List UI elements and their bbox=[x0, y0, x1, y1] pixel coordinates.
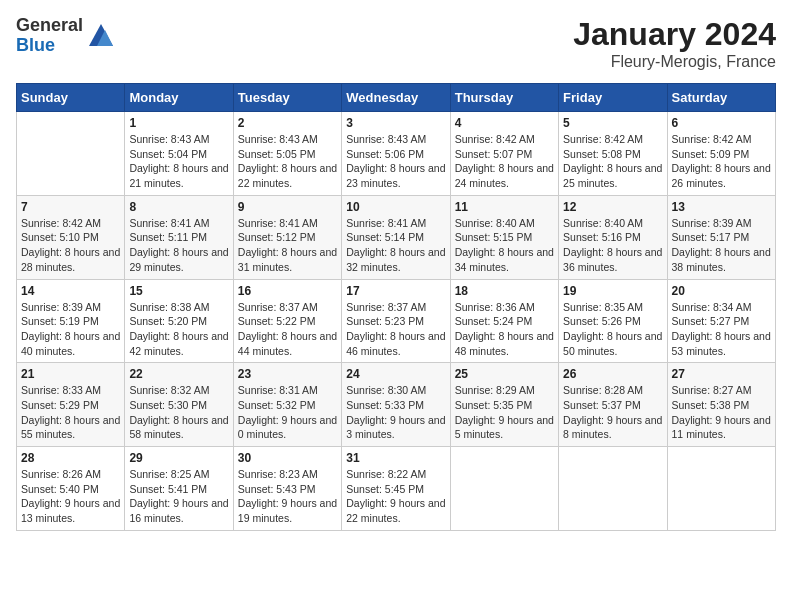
title-area: January 2024 Fleury-Merogis, France bbox=[573, 16, 776, 71]
day-info: Sunrise: 8:39 AM Sunset: 5:19 PM Dayligh… bbox=[21, 300, 120, 359]
page-header: General Blue January 2024 Fleury-Merogis… bbox=[16, 16, 776, 71]
logo: General Blue bbox=[16, 16, 115, 56]
calendar-table: SundayMondayTuesdayWednesdayThursdayFrid… bbox=[16, 83, 776, 531]
day-info: Sunrise: 8:29 AM Sunset: 5:35 PM Dayligh… bbox=[455, 383, 554, 442]
day-number: 5 bbox=[563, 116, 662, 130]
calendar-cell: 27Sunrise: 8:27 AM Sunset: 5:38 PM Dayli… bbox=[667, 363, 775, 447]
day-number: 16 bbox=[238, 284, 337, 298]
day-number: 7 bbox=[21, 200, 120, 214]
calendar-cell: 7Sunrise: 8:42 AM Sunset: 5:10 PM Daylig… bbox=[17, 195, 125, 279]
calendar-cell: 2Sunrise: 8:43 AM Sunset: 5:05 PM Daylig… bbox=[233, 112, 341, 196]
day-info: Sunrise: 8:27 AM Sunset: 5:38 PM Dayligh… bbox=[672, 383, 771, 442]
weekday-header: Saturday bbox=[667, 84, 775, 112]
day-number: 26 bbox=[563, 367, 662, 381]
day-number: 1 bbox=[129, 116, 228, 130]
day-info: Sunrise: 8:32 AM Sunset: 5:30 PM Dayligh… bbox=[129, 383, 228, 442]
day-info: Sunrise: 8:23 AM Sunset: 5:43 PM Dayligh… bbox=[238, 467, 337, 526]
day-info: Sunrise: 8:39 AM Sunset: 5:17 PM Dayligh… bbox=[672, 216, 771, 275]
day-info: Sunrise: 8:41 AM Sunset: 5:14 PM Dayligh… bbox=[346, 216, 445, 275]
day-info: Sunrise: 8:36 AM Sunset: 5:24 PM Dayligh… bbox=[455, 300, 554, 359]
day-number: 28 bbox=[21, 451, 120, 465]
day-number: 14 bbox=[21, 284, 120, 298]
day-info: Sunrise: 8:40 AM Sunset: 5:16 PM Dayligh… bbox=[563, 216, 662, 275]
day-number: 22 bbox=[129, 367, 228, 381]
day-number: 24 bbox=[346, 367, 445, 381]
day-number: 12 bbox=[563, 200, 662, 214]
day-info: Sunrise: 8:42 AM Sunset: 5:09 PM Dayligh… bbox=[672, 132, 771, 191]
day-info: Sunrise: 8:42 AM Sunset: 5:07 PM Dayligh… bbox=[455, 132, 554, 191]
day-info: Sunrise: 8:31 AM Sunset: 5:32 PM Dayligh… bbox=[238, 383, 337, 442]
calendar-cell: 24Sunrise: 8:30 AM Sunset: 5:33 PM Dayli… bbox=[342, 363, 450, 447]
calendar-cell: 1Sunrise: 8:43 AM Sunset: 5:04 PM Daylig… bbox=[125, 112, 233, 196]
calendar-cell: 13Sunrise: 8:39 AM Sunset: 5:17 PM Dayli… bbox=[667, 195, 775, 279]
day-number: 10 bbox=[346, 200, 445, 214]
calendar-header-row: SundayMondayTuesdayWednesdayThursdayFrid… bbox=[17, 84, 776, 112]
day-info: Sunrise: 8:34 AM Sunset: 5:27 PM Dayligh… bbox=[672, 300, 771, 359]
calendar-cell: 10Sunrise: 8:41 AM Sunset: 5:14 PM Dayli… bbox=[342, 195, 450, 279]
day-number: 17 bbox=[346, 284, 445, 298]
calendar-cell: 31Sunrise: 8:22 AM Sunset: 5:45 PM Dayli… bbox=[342, 447, 450, 531]
day-number: 19 bbox=[563, 284, 662, 298]
calendar-week-row: 1Sunrise: 8:43 AM Sunset: 5:04 PM Daylig… bbox=[17, 112, 776, 196]
logo-icon bbox=[87, 22, 115, 50]
calendar-cell: 19Sunrise: 8:35 AM Sunset: 5:26 PM Dayli… bbox=[559, 279, 667, 363]
day-number: 29 bbox=[129, 451, 228, 465]
day-info: Sunrise: 8:28 AM Sunset: 5:37 PM Dayligh… bbox=[563, 383, 662, 442]
calendar-cell: 18Sunrise: 8:36 AM Sunset: 5:24 PM Dayli… bbox=[450, 279, 558, 363]
day-info: Sunrise: 8:22 AM Sunset: 5:45 PM Dayligh… bbox=[346, 467, 445, 526]
day-info: Sunrise: 8:43 AM Sunset: 5:06 PM Dayligh… bbox=[346, 132, 445, 191]
day-number: 30 bbox=[238, 451, 337, 465]
day-info: Sunrise: 8:35 AM Sunset: 5:26 PM Dayligh… bbox=[563, 300, 662, 359]
day-info: Sunrise: 8:43 AM Sunset: 5:05 PM Dayligh… bbox=[238, 132, 337, 191]
calendar-cell: 26Sunrise: 8:28 AM Sunset: 5:37 PM Dayli… bbox=[559, 363, 667, 447]
calendar-cell: 15Sunrise: 8:38 AM Sunset: 5:20 PM Dayli… bbox=[125, 279, 233, 363]
day-number: 20 bbox=[672, 284, 771, 298]
day-number: 15 bbox=[129, 284, 228, 298]
day-info: Sunrise: 8:33 AM Sunset: 5:29 PM Dayligh… bbox=[21, 383, 120, 442]
calendar-cell: 17Sunrise: 8:37 AM Sunset: 5:23 PM Dayli… bbox=[342, 279, 450, 363]
calendar-cell: 25Sunrise: 8:29 AM Sunset: 5:35 PM Dayli… bbox=[450, 363, 558, 447]
day-info: Sunrise: 8:37 AM Sunset: 5:22 PM Dayligh… bbox=[238, 300, 337, 359]
day-info: Sunrise: 8:40 AM Sunset: 5:15 PM Dayligh… bbox=[455, 216, 554, 275]
calendar-cell: 16Sunrise: 8:37 AM Sunset: 5:22 PM Dayli… bbox=[233, 279, 341, 363]
calendar-cell: 28Sunrise: 8:26 AM Sunset: 5:40 PM Dayli… bbox=[17, 447, 125, 531]
month-title: January 2024 bbox=[573, 16, 776, 53]
day-number: 3 bbox=[346, 116, 445, 130]
calendar-cell: 5Sunrise: 8:42 AM Sunset: 5:08 PM Daylig… bbox=[559, 112, 667, 196]
logo-blue: Blue bbox=[16, 36, 83, 56]
day-number: 6 bbox=[672, 116, 771, 130]
calendar-cell: 12Sunrise: 8:40 AM Sunset: 5:16 PM Dayli… bbox=[559, 195, 667, 279]
day-info: Sunrise: 8:26 AM Sunset: 5:40 PM Dayligh… bbox=[21, 467, 120, 526]
day-info: Sunrise: 8:25 AM Sunset: 5:41 PM Dayligh… bbox=[129, 467, 228, 526]
day-number: 9 bbox=[238, 200, 337, 214]
calendar-cell: 9Sunrise: 8:41 AM Sunset: 5:12 PM Daylig… bbox=[233, 195, 341, 279]
calendar-cell: 4Sunrise: 8:42 AM Sunset: 5:07 PM Daylig… bbox=[450, 112, 558, 196]
weekday-header: Sunday bbox=[17, 84, 125, 112]
calendar-cell: 6Sunrise: 8:42 AM Sunset: 5:09 PM Daylig… bbox=[667, 112, 775, 196]
calendar-week-row: 14Sunrise: 8:39 AM Sunset: 5:19 PM Dayli… bbox=[17, 279, 776, 363]
calendar-week-row: 21Sunrise: 8:33 AM Sunset: 5:29 PM Dayli… bbox=[17, 363, 776, 447]
day-info: Sunrise: 8:43 AM Sunset: 5:04 PM Dayligh… bbox=[129, 132, 228, 191]
logo-general: General bbox=[16, 16, 83, 36]
calendar-cell: 8Sunrise: 8:41 AM Sunset: 5:11 PM Daylig… bbox=[125, 195, 233, 279]
calendar-cell: 21Sunrise: 8:33 AM Sunset: 5:29 PM Dayli… bbox=[17, 363, 125, 447]
weekday-header: Friday bbox=[559, 84, 667, 112]
calendar-cell bbox=[667, 447, 775, 531]
calendar-cell bbox=[450, 447, 558, 531]
day-info: Sunrise: 8:37 AM Sunset: 5:23 PM Dayligh… bbox=[346, 300, 445, 359]
calendar-cell: 23Sunrise: 8:31 AM Sunset: 5:32 PM Dayli… bbox=[233, 363, 341, 447]
day-number: 21 bbox=[21, 367, 120, 381]
day-info: Sunrise: 8:30 AM Sunset: 5:33 PM Dayligh… bbox=[346, 383, 445, 442]
calendar-cell: 30Sunrise: 8:23 AM Sunset: 5:43 PM Dayli… bbox=[233, 447, 341, 531]
calendar-cell: 3Sunrise: 8:43 AM Sunset: 5:06 PM Daylig… bbox=[342, 112, 450, 196]
day-number: 25 bbox=[455, 367, 554, 381]
weekday-header: Monday bbox=[125, 84, 233, 112]
day-number: 4 bbox=[455, 116, 554, 130]
day-number: 8 bbox=[129, 200, 228, 214]
weekday-header: Tuesday bbox=[233, 84, 341, 112]
calendar-cell bbox=[17, 112, 125, 196]
location-title: Fleury-Merogis, France bbox=[573, 53, 776, 71]
weekday-header: Wednesday bbox=[342, 84, 450, 112]
day-info: Sunrise: 8:41 AM Sunset: 5:11 PM Dayligh… bbox=[129, 216, 228, 275]
calendar-cell: 22Sunrise: 8:32 AM Sunset: 5:30 PM Dayli… bbox=[125, 363, 233, 447]
